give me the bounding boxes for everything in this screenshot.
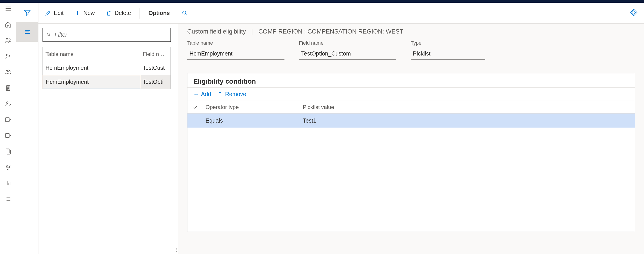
svg-rect-12 [7, 150, 10, 154]
command-bar: Edit New Delete Options [38, 3, 644, 24]
field-label: Table name [187, 40, 284, 46]
filter-box[interactable] [42, 28, 171, 42]
table-name-input[interactable]: HcmEmployment [187, 48, 284, 60]
col-operator[interactable]: Operator type [203, 104, 300, 110]
svg-point-13 [6, 165, 7, 167]
nav-rail [0, 3, 16, 254]
delete-button[interactable]: Delete [103, 3, 133, 23]
list-row[interactable]: HcmEmployment TestCust [43, 61, 170, 75]
field-label: Field name [299, 40, 396, 46]
svg-point-0 [6, 38, 8, 40]
svg-point-17 [47, 33, 49, 35]
svg-point-2 [6, 54, 8, 56]
list-grid: Table name Field n… HcmEmployment TestCu… [42, 47, 171, 89]
delete-label: Delete [115, 10, 131, 16]
home-icon[interactable] [4, 21, 12, 28]
export-icon[interactable] [4, 116, 12, 123]
org-icon[interactable] [4, 164, 12, 171]
chart-icon[interactable] [4, 179, 12, 187]
breadcrumb: Custom field eligibility | COMP REGION :… [187, 28, 635, 35]
grid-header: Operator type Picklist value [188, 101, 635, 113]
search-icon [46, 32, 51, 37]
condition-grid: Operator type Picklist value Equals Test… [188, 101, 635, 128]
clipboard-icon[interactable] [4, 84, 12, 91]
svg-point-5 [7, 70, 9, 72]
options-label: Options [148, 10, 170, 16]
field-name-input[interactable]: TestOption_Custom [299, 48, 396, 60]
remove-button[interactable]: Remove [217, 91, 246, 97]
cell-field: TestOpti [141, 75, 170, 89]
grid-row[interactable]: Equals Test1 [188, 113, 635, 128]
col-table-name[interactable]: Table name [43, 51, 141, 57]
person-check-icon[interactable] [4, 100, 12, 107]
svg-rect-11 [6, 149, 9, 153]
col-select[interactable] [188, 104, 203, 110]
add-button[interactable]: Add [193, 91, 211, 97]
field-label: Type [411, 40, 485, 46]
splitter-handle[interactable] [175, 24, 178, 254]
cell-field: TestCust [141, 65, 170, 71]
team-icon[interactable] [4, 68, 12, 76]
trash-icon [217, 91, 223, 97]
people-icon[interactable] [4, 37, 12, 44]
form-row: Table name HcmEmployment Field name Test… [187, 40, 635, 60]
detail-panel: Custom field eligibility | COMP REGION :… [178, 24, 644, 254]
person-assign-icon[interactable] [4, 53, 12, 60]
options-button[interactable]: Options [146, 3, 172, 23]
secondary-rail [16, 3, 38, 254]
cell-table: HcmEmployment [43, 75, 141, 89]
divider [140, 8, 140, 19]
col-field-name[interactable]: Field n… [141, 51, 170, 57]
list-row[interactable]: HcmEmployment TestOpti [43, 75, 170, 89]
export2-icon[interactable] [4, 132, 12, 139]
section-toolbar: Add Remove [188, 88, 635, 101]
lines-icon[interactable] [16, 22, 38, 42]
edit-button[interactable]: Edit [42, 3, 66, 23]
hamburger-icon[interactable] [4, 5, 12, 12]
breadcrumb-sep: | [252, 28, 253, 35]
app-diamond-icon[interactable] [630, 9, 638, 18]
new-button[interactable]: New [72, 3, 97, 23]
svg-point-16 [182, 11, 186, 14]
plus-icon [193, 91, 199, 97]
edit-label: Edit [54, 10, 64, 16]
add-label: Add [201, 91, 211, 97]
remove-label: Remove [225, 91, 246, 97]
documents-icon[interactable] [4, 148, 12, 155]
field-table-name: Table name HcmEmployment [187, 40, 284, 60]
type-input[interactable]: Picklist [411, 48, 485, 60]
eligibility-section: Eligibility condition Add Remove [187, 73, 635, 232]
filter-icon[interactable] [16, 3, 38, 22]
cell-value: Test1 [300, 117, 398, 124]
svg-point-14 [9, 165, 10, 167]
check-icon [193, 104, 198, 110]
list-header: Table name Field n… [43, 47, 170, 61]
svg-rect-9 [6, 117, 9, 122]
field-type: Type Picklist [411, 40, 485, 60]
field-field-name: Field name TestOption_Custom [299, 40, 396, 60]
col-picklist[interactable]: Picklist value [300, 104, 398, 110]
section-title: Eligibility condition [188, 73, 635, 88]
cell-table: HcmEmployment [43, 65, 141, 71]
list-icon[interactable] [4, 195, 12, 203]
breadcrumb-context: COMP REGION : COMPENSATION REGION: WEST [258, 28, 404, 35]
svg-point-1 [9, 39, 10, 40]
svg-rect-10 [6, 134, 9, 138]
search-button[interactable] [179, 3, 190, 23]
list-panel: Table name Field n… HcmEmployment TestCu… [38, 24, 175, 254]
new-label: New [84, 10, 95, 16]
cell-operator: Equals [203, 117, 300, 124]
breadcrumb-title: Custom field eligibility [187, 28, 246, 35]
svg-point-8 [6, 102, 8, 103]
svg-point-15 [8, 169, 9, 170]
titlebar-dark [0, 0, 644, 3]
filter-input[interactable] [54, 31, 167, 38]
